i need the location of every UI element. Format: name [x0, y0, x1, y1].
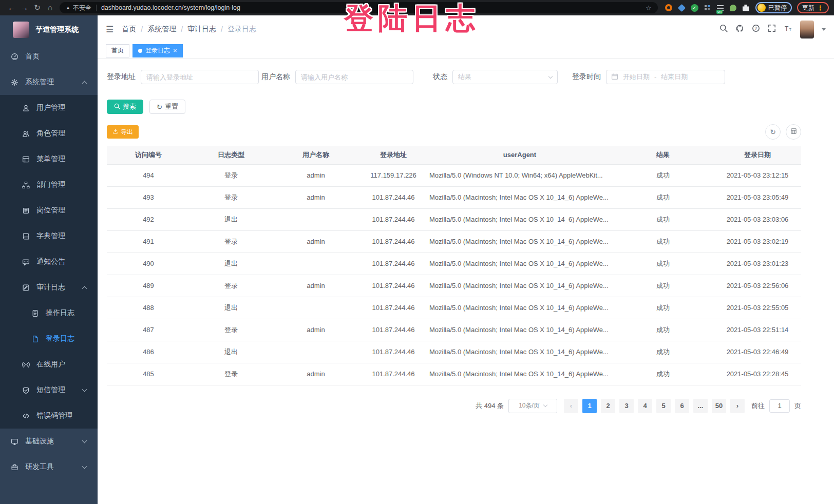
- goto-label: 前往: [751, 401, 765, 411]
- sidebar-item-post-mgmt[interactable]: 岗位管理: [0, 198, 98, 223]
- tab-home[interactable]: 首页: [106, 44, 129, 57]
- filter-username: 用户名称: [261, 70, 413, 84]
- filter-login-address: 登录地址: [107, 70, 259, 84]
- browser-profile-chip[interactable]: 已暂停: [755, 2, 792, 13]
- annotation-overlay-text: 登陆日志: [344, 0, 480, 36]
- sidebar-item-system-mgmt[interactable]: 系统管理: [0, 69, 98, 95]
- col-header-username: 用户名称: [272, 146, 359, 164]
- page-button-5[interactable]: 5: [656, 399, 671, 413]
- browser-home-icon[interactable]: ⌂: [44, 2, 56, 14]
- sidebar-item-operation-log[interactable]: 操作日志: [0, 300, 98, 326]
- username-input[interactable]: [295, 70, 413, 84]
- extension-grid-icon[interactable]: [703, 3, 712, 12]
- profile-status-label: 已暂停: [768, 4, 787, 12]
- chevron-up-icon: [82, 286, 87, 292]
- app-logo-row[interactable]: 芋道管理系统: [0, 15, 98, 44]
- browser-update-button[interactable]: 更新 ⋮: [797, 2, 829, 13]
- chevron-down-icon: [543, 403, 547, 407]
- browser-forward-icon[interactable]: →: [18, 2, 31, 14]
- sidebar-item-label: 操作日志: [46, 308, 74, 318]
- page-button-50[interactable]: 50: [712, 399, 726, 413]
- extension-list-icon[interactable]: on: [715, 3, 725, 12]
- next-page-button[interactable]: ›: [730, 399, 745, 413]
- breadcrumb-item[interactable]: 系统管理: [147, 25, 176, 34]
- close-icon[interactable]: ×: [173, 47, 177, 54]
- post-icon: [22, 206, 30, 215]
- breadcrumb-separator: /: [141, 25, 143, 33]
- help-icon[interactable]: ?: [752, 24, 760, 34]
- export-button[interactable]: 导出: [107, 125, 139, 139]
- extension-check-icon[interactable]: ✓: [690, 3, 699, 12]
- page-ellipsis[interactable]: ...: [693, 399, 708, 413]
- sidebar-item-label: 角色管理: [36, 129, 65, 138]
- sidebar-item-menu-mgmt[interactable]: 菜单管理: [0, 146, 98, 172]
- status-label: 状态: [433, 72, 447, 82]
- search-button[interactable]: 搜索: [107, 100, 143, 114]
- sidebar-item-home[interactable]: 首页: [0, 44, 98, 69]
- export-button-label: 导出: [121, 128, 133, 137]
- menu-icon: [22, 155, 30, 163]
- security-label[interactable]: 不安全: [73, 4, 91, 12]
- page-size-select[interactable]: 10条/页: [508, 399, 557, 413]
- app-title: 芋道管理系统: [35, 25, 79, 34]
- extension-ring-icon[interactable]: [664, 3, 673, 12]
- avatar-caret-down-icon[interactable]: [822, 28, 826, 31]
- user-avatar[interactable]: [800, 21, 814, 38]
- hamburger-icon[interactable]: ☰: [106, 24, 113, 35]
- sidebar-item-label: 审计日志: [36, 283, 65, 292]
- sidebar-item-notice[interactable]: 通知公告: [0, 249, 98, 275]
- browser-reload-icon[interactable]: ↻: [31, 2, 44, 14]
- login-address-input[interactable]: [141, 70, 259, 84]
- extension-plant-icon[interactable]: [728, 3, 737, 12]
- search-icon[interactable]: [719, 24, 728, 34]
- pagination-total: 共 494 条: [476, 401, 504, 411]
- column-settings-button[interactable]: [786, 124, 801, 140]
- breadcrumb-separator: /: [181, 25, 183, 33]
- browser-back-icon[interactable]: ←: [5, 2, 18, 14]
- sidebar-item-label: 部门管理: [36, 180, 65, 189]
- sidebar-item-dept-mgmt[interactable]: 部门管理: [0, 172, 98, 198]
- font-size-icon[interactable]: TT: [784, 24, 792, 34]
- svg-text:T: T: [789, 27, 792, 32]
- fullscreen-icon[interactable]: [768, 24, 776, 34]
- extensions-area: ✓ on: [664, 3, 750, 12]
- extension-gem-icon[interactable]: [677, 3, 686, 12]
- page-button-1[interactable]: 1: [582, 399, 597, 413]
- sidebar-item-errorcode-mgmt[interactable]: 错误码管理: [0, 403, 98, 429]
- bookmark-star-icon[interactable]: ☆: [646, 4, 652, 12]
- sidebar-item-online-users[interactable]: 在线用户: [0, 352, 98, 377]
- chevron-up-icon: [82, 81, 87, 86]
- page-button-3[interactable]: 3: [619, 399, 634, 413]
- refresh-table-button[interactable]: ↻: [765, 124, 781, 140]
- end-date-placeholder: 结束日期: [661, 72, 688, 82]
- sidebar-item-label: 基础设施: [25, 437, 54, 446]
- page-button-2[interactable]: 2: [601, 399, 615, 413]
- sidebar-item-sms-mgmt[interactable]: 短信管理: [0, 377, 98, 403]
- search-button-label: 搜索: [123, 102, 136, 111]
- breadcrumb-item[interactable]: 审计日志: [187, 25, 216, 34]
- chevron-down-icon: [548, 74, 553, 79]
- sidebar-item-audit-log[interactable]: 审计日志: [0, 275, 98, 300]
- tab-login-log[interactable]: 登录日志 ×: [132, 44, 183, 57]
- app-logo-image: [13, 22, 29, 38]
- gear-icon: [10, 78, 18, 86]
- breadcrumb-item[interactable]: 首页: [122, 25, 136, 34]
- sidebar-item-user-mgmt[interactable]: 用户管理: [0, 95, 98, 121]
- goto-page-input[interactable]: [769, 399, 790, 413]
- browser-menu-kebab-icon[interactable]: ⋮: [817, 4, 824, 12]
- github-icon[interactable]: [735, 24, 744, 35]
- sidebar-item-role-mgmt[interactable]: 角色管理: [0, 121, 98, 146]
- sidebar-item-infrastructure[interactable]: 基础设施: [0, 429, 98, 454]
- extensions-puzzle-icon[interactable]: [741, 3, 750, 12]
- table-header-row: 访问编号 日志类型 用户名称 登录地址 userAgent 结果 登录日期: [107, 146, 801, 164]
- prev-page-button[interactable]: ‹: [564, 399, 578, 413]
- status-select[interactable]: 结果: [452, 70, 558, 84]
- page-button-6[interactable]: 6: [675, 399, 689, 413]
- divider: [96, 5, 97, 11]
- page-button-4[interactable]: 4: [638, 399, 652, 413]
- sidebar-item-dict-mgmt[interactable]: 字典管理: [0, 223, 98, 249]
- sidebar-item-login-log[interactable]: 登录日志: [0, 326, 98, 352]
- sidebar-item-dev-tools[interactable]: 研发工具: [0, 454, 98, 480]
- date-range-picker[interactable]: 开始日期 - 结束日期: [606, 70, 725, 84]
- reset-button[interactable]: ↻ 重置: [149, 100, 185, 114]
